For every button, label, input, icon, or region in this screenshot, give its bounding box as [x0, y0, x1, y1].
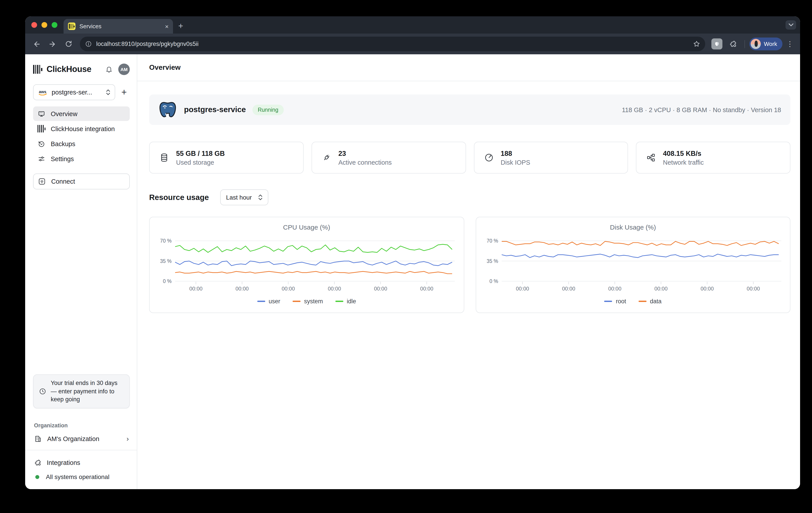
disk-usage-plot: 0 %35 %70 %00:0000:0000:0000:0000:0000:0… [481, 232, 785, 297]
svg-text:70 %: 70 % [487, 238, 498, 244]
organization-row[interactable]: AM's Organization › [33, 435, 130, 443]
forward-icon [49, 40, 57, 48]
aws-logo-icon: aws [38, 89, 48, 95]
network-icon [646, 153, 656, 163]
tab-title: Services [80, 23, 161, 30]
new-tab-button[interactable]: + [178, 21, 183, 31]
window-zoom-button[interactable] [52, 22, 57, 28]
page-body: postgres-service Running 118 GB · 2 vCPU… [137, 81, 800, 313]
legend-item[interactable]: user [257, 298, 280, 305]
notifications-button[interactable] [105, 65, 113, 73]
window-controls [25, 16, 63, 33]
brand-name: ClickHouse [47, 64, 91, 74]
app-root: ClickHouse AM aws postgres-ser... [25, 54, 800, 489]
svg-text:00:00: 00:00 [654, 286, 667, 292]
adblock-extension-button[interactable] [712, 38, 722, 50]
trial-notice: Your trial ends in 30 days — enter payme… [33, 375, 130, 408]
legend-item[interactable]: root [604, 298, 626, 305]
svg-text:70 %: 70 % [160, 238, 172, 244]
main-content: Overview postgres-service Run [137, 54, 800, 489]
cpu-usage-plot: 0 %35 %70 %00:0000:0000:0000:0000:0000:0… [155, 232, 458, 297]
stat-value: 408.15 KB/s [663, 149, 704, 158]
svg-text:35 %: 35 % [160, 258, 172, 264]
tab-close-icon[interactable]: × [165, 23, 169, 29]
profile-button[interactable]: Work [749, 37, 782, 50]
stat-label: Active connections [339, 159, 392, 166]
legend-item[interactable]: idle [336, 298, 356, 305]
page-header: Overview [137, 54, 800, 81]
browser-toolbar: localhost:8910/postgres/pgkybgnv0s5ii Wo… [25, 33, 800, 54]
legend-label: user [268, 298, 280, 305]
clickhouse-bars-icon [37, 125, 46, 133]
svg-text:00:00: 00:00 [374, 286, 387, 292]
window-minimize-button[interactable] [41, 22, 47, 28]
tab-search-button[interactable] [785, 20, 796, 30]
stat-label: Disk IOPS [501, 159, 530, 166]
building-icon [34, 435, 42, 443]
url-text[interactable]: localhost:8910/postgres/pgkybgnv0s5ii [96, 40, 687, 47]
tab-services[interactable]: Services × [63, 19, 173, 33]
connect-button[interactable]: Connect [33, 173, 130, 190]
stat-card-used-storage: 55 GB / 118 GB Used storage [149, 142, 303, 173]
connect-label: Connect [51, 178, 75, 185]
svg-text:0 %: 0 % [489, 278, 498, 284]
chart-title: CPU Usage (%) [155, 223, 458, 231]
sidebar-item-label: Settings [51, 155, 74, 162]
user-avatar[interactable]: AM [118, 63, 130, 75]
legend-swatch [604, 301, 612, 302]
forward-button[interactable] [46, 37, 60, 51]
chevron-right-icon: › [126, 435, 129, 443]
svg-text:00:00: 00:00 [235, 286, 249, 292]
reload-button[interactable] [61, 37, 76, 51]
cpu-usage-chart: CPU Usage (%) 0 %35 %70 %00:0000:0000:00… [149, 217, 464, 313]
legend-swatch [336, 301, 343, 302]
stat-value: 23 [339, 149, 392, 158]
gauge-icon [484, 153, 494, 163]
back-button[interactable] [30, 37, 44, 51]
legend-label: data [650, 298, 662, 305]
legend-label: system [304, 298, 323, 305]
svg-text:00:00: 00:00 [700, 286, 714, 292]
sidebar-item-clickhouse-integration[interactable]: ClickHouse integration [33, 121, 130, 136]
svg-text:00:00: 00:00 [189, 286, 203, 292]
system-status[interactable]: All systems operational [33, 471, 130, 483]
site-info-icon[interactable] [85, 40, 92, 47]
legend-item[interactable]: system [293, 298, 323, 305]
sidebar-item-label: ClickHouse integration [51, 125, 115, 132]
service-selector-row: aws postgres-ser... + [33, 84, 130, 100]
reload-icon [65, 40, 72, 48]
svg-text:00:00: 00:00 [608, 286, 621, 292]
resource-usage-heading: Resource usage [149, 193, 209, 202]
sidebar-divider [25, 450, 137, 450]
integrations-link[interactable]: Integrations [33, 456, 130, 469]
postgresql-logo-icon [158, 101, 177, 119]
svg-text:0 %: 0 % [163, 278, 171, 284]
stat-value: 188 [501, 149, 530, 158]
stat-card-disk-iops: 188 Disk IOPS [474, 142, 628, 173]
status-dot-icon [35, 475, 39, 479]
bookmark-button[interactable] [691, 38, 702, 50]
status-text: All systems operational [46, 473, 110, 480]
brand-row: ClickHouse AM [33, 62, 130, 76]
charts-row: CPU Usage (%) 0 %35 %70 %00:0000:0000:00… [149, 217, 790, 313]
svg-text:00:00: 00:00 [282, 286, 295, 292]
time-range-select[interactable]: Last hour [220, 190, 268, 205]
stat-card-network-traffic: 408.15 KB/s Network traffic [636, 142, 791, 173]
legend-item[interactable]: data [638, 298, 662, 305]
database-icon [159, 153, 169, 163]
browser-menu-button[interactable]: ⋮ [784, 40, 796, 48]
svg-text:aws: aws [39, 89, 46, 94]
add-service-button[interactable]: + [121, 87, 127, 97]
extensions-button[interactable] [726, 37, 740, 51]
back-icon [33, 40, 40, 48]
window-close-button[interactable] [31, 22, 37, 28]
sidebar-item-overview[interactable]: Overview [33, 106, 130, 121]
screen: Services × + localhost:8910/postgres/pgk… [0, 0, 812, 513]
toolbar-divider [745, 40, 745, 48]
svg-text:00:00: 00:00 [516, 286, 529, 292]
sidebar-item-backups[interactable]: Backups [33, 136, 130, 151]
organization-name: AM's Organization [47, 435, 99, 443]
sidebar-item-settings[interactable]: Settings [33, 151, 130, 166]
service-selector[interactable]: aws postgres-ser... [33, 84, 115, 100]
address-bar[interactable]: localhost:8910/postgres/pgkybgnv0s5ii [80, 37, 705, 51]
